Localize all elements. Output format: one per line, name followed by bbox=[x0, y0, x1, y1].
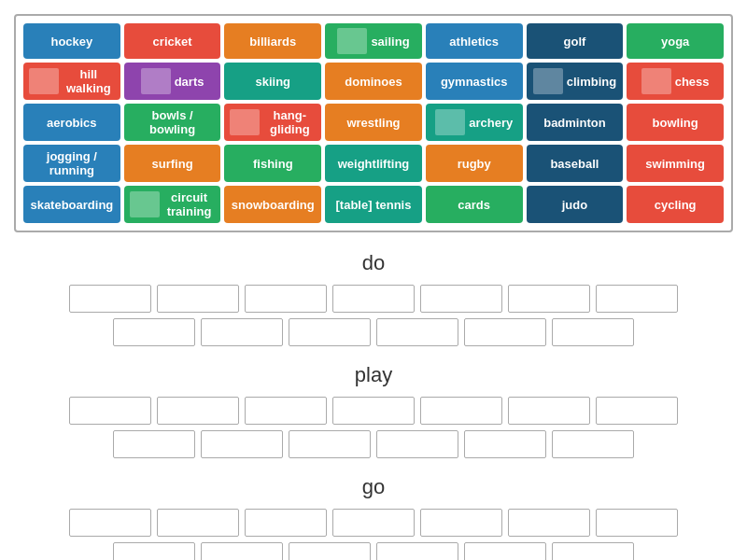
answer-box[interactable] bbox=[420, 397, 502, 425]
answer-box[interactable] bbox=[552, 542, 634, 560]
sport-tile[interactable]: darts bbox=[124, 63, 221, 100]
answer-row-2 bbox=[113, 430, 634, 458]
sport-tile[interactable]: circuit training bbox=[124, 186, 221, 223]
sport-tile[interactable]: skateboarding bbox=[23, 186, 120, 223]
answer-box[interactable] bbox=[420, 509, 502, 537]
answer-row-1 bbox=[69, 285, 678, 313]
answer-box[interactable] bbox=[201, 542, 283, 560]
answer-box[interactable] bbox=[376, 542, 458, 560]
answer-row-1 bbox=[69, 509, 678, 537]
sport-tile[interactable]: billiards bbox=[224, 23, 321, 59]
answer-box[interactable] bbox=[464, 318, 546, 346]
answer-box[interactable] bbox=[69, 509, 151, 537]
answer-box[interactable] bbox=[157, 397, 239, 425]
sport-tile[interactable]: swimming bbox=[627, 145, 724, 182]
sport-tile[interactable]: bowls / bowling bbox=[124, 104, 221, 141]
answer-box[interactable] bbox=[245, 509, 327, 537]
answer-box[interactable] bbox=[201, 430, 283, 458]
section-title-do: do bbox=[14, 251, 733, 275]
answer-box[interactable] bbox=[113, 542, 195, 560]
sport-tile[interactable]: rugby bbox=[426, 145, 523, 182]
answer-box[interactable] bbox=[508, 397, 590, 425]
answer-box[interactable] bbox=[69, 285, 151, 313]
sport-tile[interactable]: gymnastics bbox=[426, 63, 523, 100]
answer-rows bbox=[14, 397, 733, 458]
answer-row-1 bbox=[69, 397, 678, 425]
answer-box[interactable] bbox=[508, 509, 590, 537]
section-title-go: go bbox=[14, 475, 733, 499]
sport-tile[interactable]: hockey bbox=[23, 23, 120, 59]
section-play: play bbox=[14, 363, 733, 458]
sport-tile[interactable]: archery bbox=[426, 104, 523, 141]
sport-tile[interactable]: badminton bbox=[527, 104, 624, 141]
sport-tile[interactable]: baseball bbox=[527, 145, 624, 182]
answer-box[interactable] bbox=[552, 430, 634, 458]
sport-tile[interactable]: jogging / running bbox=[23, 145, 120, 182]
answer-rows bbox=[14, 509, 733, 560]
sport-tile[interactable]: cycling bbox=[627, 186, 724, 223]
section-go: go bbox=[14, 475, 733, 560]
sport-tile[interactable]: yoga bbox=[627, 23, 724, 59]
answer-box[interactable] bbox=[201, 318, 283, 346]
answer-box[interactable] bbox=[376, 430, 458, 458]
answer-box[interactable] bbox=[289, 318, 371, 346]
answer-box[interactable] bbox=[289, 430, 371, 458]
sport-tile[interactable]: hang-gliding bbox=[224, 104, 321, 141]
sport-tile[interactable]: hill walking bbox=[23, 63, 120, 100]
section-do: do bbox=[14, 251, 733, 346]
answer-box[interactable] bbox=[289, 542, 371, 560]
answer-box[interactable] bbox=[420, 285, 502, 313]
answer-box[interactable] bbox=[113, 430, 195, 458]
sport-tile[interactable]: dominoes bbox=[325, 63, 422, 100]
answer-box[interactable] bbox=[464, 542, 546, 560]
sport-tile[interactable]: weightlifting bbox=[325, 145, 422, 182]
answer-box[interactable] bbox=[464, 430, 546, 458]
answer-box[interactable] bbox=[332, 285, 415, 313]
sport-tile[interactable]: judo bbox=[527, 186, 624, 223]
answer-box[interactable] bbox=[69, 397, 151, 425]
answer-box[interactable] bbox=[113, 318, 195, 346]
answer-row-2 bbox=[113, 318, 634, 346]
sport-tile[interactable]: golf bbox=[527, 23, 624, 59]
sport-tile[interactable]: sailing bbox=[325, 23, 422, 59]
answer-box[interactable] bbox=[596, 397, 678, 425]
sport-tile[interactable]: cards bbox=[426, 186, 523, 223]
sports-grid-container: hockeycricketbilliardssailingathleticsgo… bbox=[14, 14, 733, 232]
answer-box[interactable] bbox=[245, 397, 327, 425]
sections-container: doplaygo bbox=[14, 251, 733, 560]
section-title-play: play bbox=[14, 363, 733, 387]
sport-tile[interactable]: athletics bbox=[426, 23, 523, 59]
answer-box[interactable] bbox=[157, 285, 239, 313]
answer-box[interactable] bbox=[552, 318, 634, 346]
answer-box[interactable] bbox=[596, 285, 678, 313]
answer-box[interactable] bbox=[157, 509, 239, 537]
sport-tile[interactable]: skiing bbox=[224, 63, 321, 100]
sport-tile[interactable]: bowling bbox=[627, 104, 724, 141]
sport-tile[interactable]: snowboarding bbox=[224, 186, 321, 223]
sport-tile[interactable]: chess bbox=[627, 63, 724, 100]
answer-box[interactable] bbox=[508, 285, 590, 313]
answer-box[interactable] bbox=[332, 397, 415, 425]
sport-tile[interactable]: aerobics bbox=[23, 104, 120, 141]
sport-tile[interactable]: [table] tennis bbox=[325, 186, 422, 223]
sport-tile[interactable]: wrestling bbox=[325, 104, 422, 141]
sport-tile[interactable]: fishing bbox=[224, 145, 321, 182]
answer-box[interactable] bbox=[376, 318, 458, 346]
answer-box[interactable] bbox=[245, 285, 327, 313]
sport-tile[interactable]: surfing bbox=[124, 145, 221, 182]
answer-box[interactable] bbox=[332, 509, 415, 537]
sport-tile[interactable]: cricket bbox=[124, 23, 221, 59]
answer-row-2 bbox=[113, 542, 634, 560]
answer-box[interactable] bbox=[596, 509, 678, 537]
sport-tile[interactable]: climbing bbox=[527, 63, 624, 100]
answer-rows bbox=[14, 285, 733, 346]
